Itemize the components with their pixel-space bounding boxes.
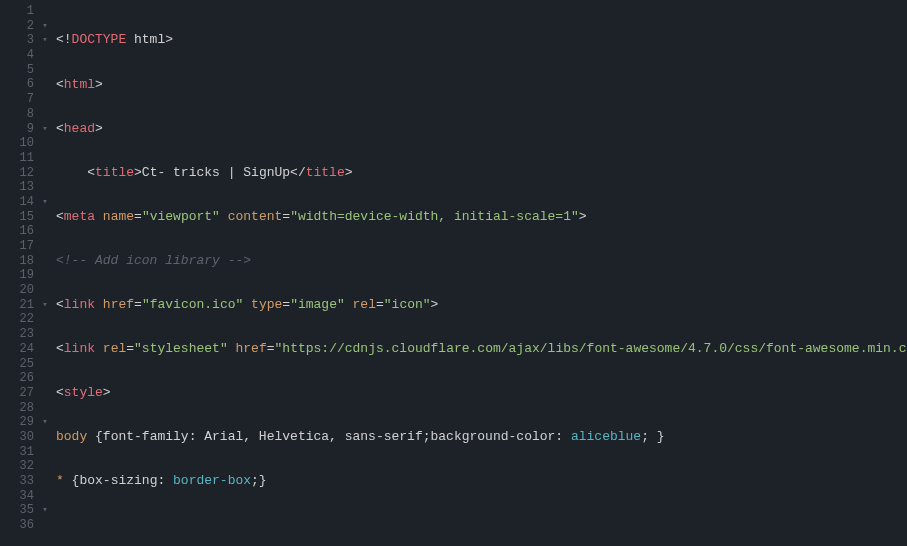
code-line[interactable]: [56, 518, 907, 533]
fold-icon[interactable]: ▾: [40, 195, 50, 210]
fold-icon[interactable]: ▾: [40, 33, 50, 48]
code-content[interactable]: <!DOCTYPE html> <html> <head> <title>Ct-…: [50, 0, 907, 546]
code-line[interactable]: <title>Ct- tricks | SignUp</title>: [56, 166, 907, 181]
fold-icon[interactable]: ▾: [40, 19, 50, 34]
code-line[interactable]: <link href="favicon.ico" type="image" re…: [56, 298, 907, 313]
code-line[interactable]: <!DOCTYPE html>: [56, 33, 907, 48]
fold-icon[interactable]: ▾: [40, 503, 50, 518]
code-line[interactable]: <meta name="viewport" content="width=dev…: [56, 210, 907, 225]
code-line[interactable]: <style>: [56, 386, 907, 401]
fold-icon[interactable]: ▾: [40, 298, 50, 313]
code-editor[interactable]: 1234567891011121314151617181920212223242…: [0, 0, 907, 546]
code-line[interactable]: <html>: [56, 78, 907, 93]
fold-icon[interactable]: ▾: [40, 122, 50, 137]
line-number-gutter: 1234567891011121314151617181920212223242…: [0, 0, 40, 546]
code-line[interactable]: * {box-sizing: border-box;}: [56, 474, 907, 489]
code-line[interactable]: <!-- Add icon library -->: [56, 254, 907, 269]
code-line[interactable]: <head>: [56, 122, 907, 137]
fold-gutter: ▾▾▾▾▾▾▾: [40, 0, 50, 546]
fold-icon[interactable]: ▾: [40, 415, 50, 430]
code-line[interactable]: <link rel="stylesheet" href="https://cdn…: [56, 342, 907, 357]
code-line[interactable]: body {font-family: Arial, Helvetica, san…: [56, 430, 907, 445]
